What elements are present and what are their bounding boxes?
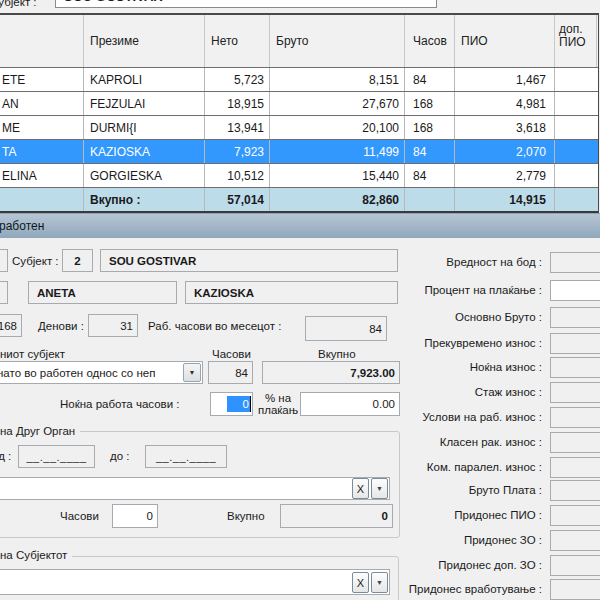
percent-pay-field[interactable]: 0.00 (300, 392, 400, 416)
overtime-amount-label: Прекувремено износ : (424, 337, 542, 349)
col-header-firstname[interactable] (0, 15, 84, 67)
other-organ-combobox[interactable] (0, 477, 390, 500)
seniority-amount-field[interactable] (550, 382, 600, 403)
cell-gross: 27,670 (270, 92, 405, 115)
cell-pio: 1,467 (455, 68, 555, 91)
subject-combobox[interactable] (0, 569, 390, 595)
combo-clear-button[interactable]: X (352, 572, 369, 593)
combo-arrow-button[interactable] (371, 478, 388, 499)
combo-clear-button[interactable]: X (352, 478, 369, 499)
dop-zo-contribution-label: Придонес доп. ЗО : (438, 559, 542, 571)
total-gross: 82,860 (270, 188, 405, 211)
subject-name-field[interactable]: SOU GOSTIVAR (100, 249, 398, 272)
total-hours (405, 188, 455, 211)
last-name-field[interactable]: KAZIOSKA (185, 281, 398, 304)
dropdown-arrow-icon[interactable] (183, 363, 201, 382)
cell-hours: 84 (405, 164, 455, 187)
total-dop-pio (555, 188, 597, 211)
parallel-amount-field[interactable] (550, 457, 600, 478)
cell-hours: 84 (405, 140, 455, 163)
first-name-field[interactable]: ANETA (28, 281, 177, 304)
combo-arrow-button[interactable] (371, 572, 388, 593)
table-row[interactable]: ME DURMI{I 13,941 20,100 168 3,618 (0, 116, 598, 140)
from-date-label: од : (0, 450, 11, 462)
payroll-window: Субјект : SOU GOSTIVAR Презиме Нето Брут… (0, 0, 600, 600)
cell-dop-pio (555, 164, 597, 187)
col-header-net[interactable]: Нето (205, 15, 270, 67)
class-mgmt-amount-field[interactable] (550, 432, 600, 453)
work-conditions-amount-field[interactable] (550, 407, 600, 428)
group-subject-label: на Субјектот (0, 549, 72, 561)
cell-surname: KAPROLI (84, 68, 205, 91)
col-header-pio[interactable]: ПИО (455, 15, 555, 67)
cell-firstname: ETE (0, 68, 84, 91)
total-column-label: Вкупно (318, 348, 356, 360)
cell-pio: 3,618 (455, 116, 555, 139)
days-label: Денови : (38, 320, 84, 332)
cell-surname: KAZIOSKA (84, 140, 205, 163)
payment-percent-field[interactable] (550, 280, 600, 301)
value-per-point-label: Вредност на бод : (446, 256, 542, 268)
night-hours-input[interactable]: 0 (210, 392, 253, 416)
work-hours-field[interactable]: 84 (305, 316, 387, 341)
employment-hours-field[interactable]: 84 (208, 361, 253, 384)
col-header-surname[interactable]: Презиме (84, 15, 205, 67)
col-header-hours[interactable]: Часов (405, 15, 455, 67)
work-hours-label: Раб. часови во месецот : (148, 320, 281, 332)
cell-gross: 11,499 (270, 140, 405, 163)
pio-contribution-label: Придонес ПИО : (454, 509, 542, 521)
cell-firstname: TA (0, 140, 84, 163)
work-conditions-amount-label: Услови на раб. износ : (422, 411, 542, 423)
cell-dop-pio (555, 68, 597, 91)
col-header-gross[interactable]: Бруто (270, 15, 405, 67)
days-field[interactable]: 31 (88, 314, 138, 337)
employment-contribution-field[interactable] (550, 579, 600, 600)
cell-firstname: ELINA (0, 164, 84, 187)
table-row[interactable]: AN FEJZULAI 18,915 27,670 168 4,981 (0, 92, 598, 116)
night-work-label: Ноќна работа часови : (60, 398, 180, 410)
employment-dropdown[interactable]: нато во работен однос со неп (0, 361, 203, 384)
other-hours-field[interactable]: 0 (112, 504, 158, 528)
cell-pio: 2,779 (455, 164, 555, 187)
cell-net: 7,923 (205, 140, 270, 163)
employee-panel-title: Вработен (0, 219, 44, 233)
base-gross-label: Основно Бруто : (455, 311, 542, 323)
table-row[interactable]: ELINA GORGIESKA 10,512 15,440 84 2,779 (0, 164, 598, 188)
cell-surname: DURMI{I (84, 116, 205, 139)
zo-contribution-field[interactable] (550, 530, 600, 551)
cell-surname: FEJZULAI (84, 92, 205, 115)
cell-surname: GORGIESKA (84, 164, 205, 187)
cell-gross: 15,440 (270, 164, 405, 187)
payment-percent-label: Процент на плаќање : (424, 284, 542, 296)
total-pio: 14,915 (455, 188, 555, 211)
cutoff-field (0, 281, 8, 304)
value-per-point-field[interactable] (550, 252, 600, 273)
pio-contribution-field[interactable] (550, 505, 600, 526)
to-date-field[interactable]: __.__.____ (145, 445, 227, 468)
gross-salary-field[interactable] (550, 480, 600, 501)
night-amount-label: Ноќна износ : (470, 361, 542, 373)
base-gross-field[interactable] (550, 307, 600, 328)
subject-code-field[interactable]: 2 (62, 249, 93, 272)
cell-net: 13,941 (205, 116, 270, 139)
night-amount-field[interactable] (550, 357, 600, 378)
employee-panel-header: Вработен (0, 213, 600, 238)
cell-pio: 2,070 (455, 140, 555, 163)
from-date-field[interactable]: __.__.____ (18, 445, 95, 468)
other-hours-label: Часови (60, 510, 99, 522)
gross-salary-label: Бруто Плата : (469, 484, 542, 496)
col-header-dop-pio[interactable]: доп. ПИО (555, 15, 597, 67)
group-other-organ-label: на Друг Орган (0, 425, 80, 437)
employment-total-field[interactable]: 7,923.00 (262, 361, 400, 384)
dop-zo-contribution-field[interactable] (550, 555, 600, 576)
top-subject-label: Субјект : (0, 0, 37, 8)
other-total-field[interactable]: 0 (280, 504, 393, 528)
hours-168-field[interactable]: 168 (0, 314, 22, 337)
top-subject-field[interactable]: SOU GOSTIVAR (55, 0, 437, 8)
table-row[interactable]: ETE KAPROLI 5,723 8,151 84 1,467 (0, 68, 598, 92)
cell-firstname: ME (0, 116, 84, 139)
employment-contribution-label: Придонес вработување : (409, 583, 542, 595)
overtime-amount-field[interactable] (550, 333, 600, 354)
cell-dop-pio (555, 140, 597, 163)
table-row-selected[interactable]: TA KAZIOSKA 7,923 11,499 84 2,070 (0, 140, 598, 164)
